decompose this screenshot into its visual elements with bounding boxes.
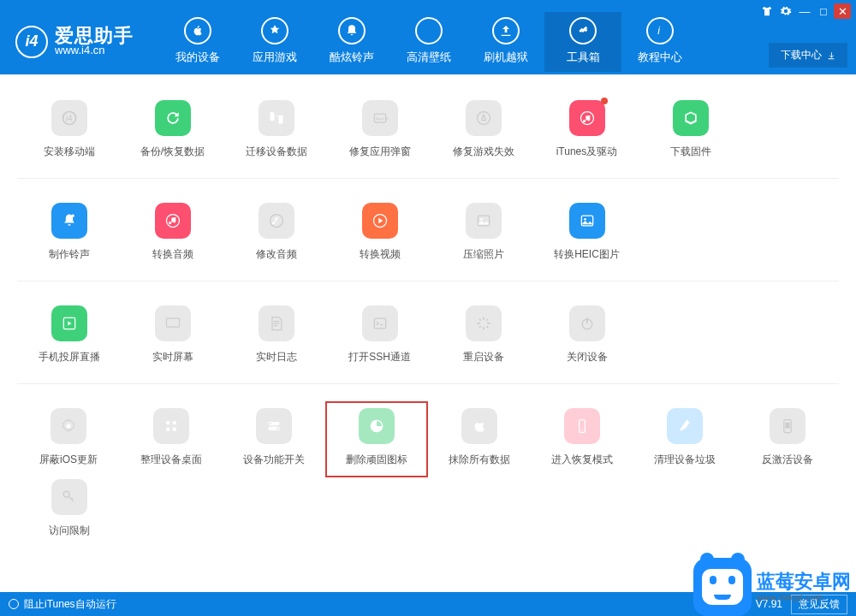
svg-line-27 xyxy=(486,319,488,321)
tool-delete-stubborn-icon[interactable]: 删除顽固图标 xyxy=(325,401,428,477)
tool-download-firmware[interactable]: 下载固件 xyxy=(639,100,742,159)
broom-icon xyxy=(667,408,703,444)
ssh-icon xyxy=(362,305,398,341)
tool-convert-heic[interactable]: 转换HEIC图片 xyxy=(535,203,639,262)
nav-tutorials[interactable]: i 教程中心 xyxy=(621,12,698,72)
tool-compress-photo[interactable]: 压缩照片 xyxy=(431,203,535,262)
tool-itunes-driver[interactable]: iTunes及驱动 xyxy=(535,100,639,159)
gear-icon xyxy=(51,408,86,444)
phone2-icon xyxy=(770,408,805,444)
tool-shutdown-device[interactable]: 关闭设备 xyxy=(535,305,639,364)
tool-screen-cast[interactable]: 手机投屏直播 xyxy=(17,305,121,364)
tool-row: 制作铃声 转换音频 修改音频 转换视频 压缩照片 转换HEIC图片 xyxy=(17,203,839,281)
download-center-button[interactable]: 下载中心 xyxy=(769,43,847,68)
svg-point-30 xyxy=(67,424,71,429)
tool-clean-junk[interactable]: 清理设备垃圾 xyxy=(633,408,736,467)
svg-rect-31 xyxy=(166,421,169,424)
nav-label: 教程中心 xyxy=(621,50,698,65)
tool-block-ios-update[interactable]: 屏蔽iOS更新 xyxy=(17,408,120,467)
svg-point-44 xyxy=(63,491,69,497)
svg-text:Apple ID: Apple ID xyxy=(376,116,389,121)
minimize-button[interactable]: — xyxy=(796,3,813,19)
music-icon xyxy=(155,203,191,239)
nav-label: 我的设备 xyxy=(159,50,236,65)
tool-make-ringtone[interactable]: 制作铃声 xyxy=(17,203,121,262)
nav-ringtones[interactable]: 酷炫铃声 xyxy=(313,12,390,72)
header-bar: i4 爱思助手 www.i4.cn 我的设备 应用游戏 酷炫铃声 高清壁纸 刷机… xyxy=(0,9,856,74)
image-icon xyxy=(466,203,502,239)
tool-migrate-data[interactable]: 迁移设备数据 xyxy=(224,100,328,159)
watermark-title: 蓝莓安卓网 xyxy=(757,572,851,592)
download-center-label: 下载中心 xyxy=(781,48,822,62)
tool-backup-restore[interactable]: 备份/恢复数据 xyxy=(121,100,224,159)
nav-my-device[interactable]: 我的设备 xyxy=(159,12,236,72)
nav-wallpapers[interactable]: 高清壁纸 xyxy=(390,12,467,72)
nav-app-games[interactable]: 应用游戏 xyxy=(236,12,313,72)
svg-rect-18 xyxy=(166,318,179,327)
appstore-icon xyxy=(261,17,288,44)
tool-open-ssh[interactable]: 打开SSH通道 xyxy=(328,305,431,364)
svg-text:i4: i4 xyxy=(65,114,72,123)
toggle-icon xyxy=(256,408,292,444)
restore-icon xyxy=(155,100,191,136)
nav-label: 工具箱 xyxy=(544,50,621,65)
status-label: 阻止iTunes自动运行 xyxy=(24,597,116,612)
svg-point-41 xyxy=(581,429,583,431)
tool-organize-desktop[interactable]: 整理设备桌面 xyxy=(120,408,223,467)
shirt-button[interactable] xyxy=(758,3,776,19)
nav-label: 刷机越狱 xyxy=(467,50,544,65)
nav-jailbreak[interactable]: 刷机越狱 xyxy=(467,12,544,72)
nav-label: 应用游戏 xyxy=(236,50,313,65)
tool-fix-game[interactable]: 修复游戏失效 xyxy=(431,100,535,159)
play-icon xyxy=(362,203,398,239)
watermark-icon xyxy=(693,558,752,616)
itunes-icon xyxy=(569,100,605,136)
nav-label: 酷炫铃声 xyxy=(313,50,390,65)
svg-rect-33 xyxy=(166,428,169,431)
svg-point-37 xyxy=(270,423,272,425)
bell-icon xyxy=(51,203,87,239)
apple-icon xyxy=(184,17,211,44)
phone-icon xyxy=(564,408,600,444)
bell-icon xyxy=(338,17,366,44)
tool-convert-audio[interactable]: 转换音频 xyxy=(121,203,224,262)
window-controls: — □ ✕ xyxy=(758,3,851,19)
tool-fix-popup[interactable]: Apple ID 修复应用弹窗 xyxy=(328,100,431,159)
tool-deactivate[interactable]: 反激活设备 xyxy=(736,408,839,467)
tool-install-mobile[interactable]: i4 安装移动端 xyxy=(17,100,121,159)
nav-toolbox[interactable]: 工具箱 xyxy=(544,12,621,72)
tool-restart-device[interactable]: 重启设备 xyxy=(431,305,535,364)
svg-point-16 xyxy=(584,218,586,221)
settings-button[interactable] xyxy=(777,3,794,19)
close-button[interactable]: ✕ xyxy=(834,3,851,19)
svg-rect-4 xyxy=(278,116,282,124)
tool-live-log[interactable]: 实时日志 xyxy=(224,305,328,364)
toolbox-grid: i4 安装移动端 备份/恢复数据 迁移设备数据 Apple ID 修复应用弹窗 … xyxy=(0,74,856,583)
tool-erase-all-data[interactable]: 抹除所有数据 xyxy=(428,408,531,467)
svg-text:i: i xyxy=(657,25,660,37)
tool-row: i4 安装移动端 备份/恢复数据 迁移设备数据 Apple ID 修复应用弹窗 … xyxy=(17,100,839,179)
tool-recovery-mode[interactable]: 进入恢复模式 xyxy=(531,408,633,467)
tool-row: 屏蔽iOS更新 整理设备桌面 设备功能开关 删除顽固图标 抹除所有数据 进入恢复… xyxy=(17,408,839,467)
svg-rect-19 xyxy=(374,318,385,329)
tool-live-screen[interactable]: 实时屏幕 xyxy=(121,305,224,364)
svg-point-38 xyxy=(276,428,279,430)
apple-icon xyxy=(461,408,497,444)
notification-badge xyxy=(601,98,608,104)
tool-edit-audio[interactable]: 修改音频 xyxy=(224,203,328,262)
svg-rect-34 xyxy=(173,428,176,431)
migrate-icon xyxy=(259,100,294,136)
tool-access-restrictions[interactable]: 访问限制 xyxy=(17,479,121,538)
svg-point-7 xyxy=(477,112,490,125)
tool-device-toggles[interactable]: 设备功能开关 xyxy=(223,408,325,467)
power-icon xyxy=(569,305,605,341)
svg-point-9 xyxy=(71,215,74,217)
itunes-block-toggle[interactable]: 阻止iTunes自动运行 xyxy=(9,597,116,612)
tools-icon xyxy=(569,17,597,44)
watermark-url: www.lmkjst.com xyxy=(757,593,851,602)
svg-rect-3 xyxy=(270,112,274,121)
app-subtitle: www.i4.cn xyxy=(55,44,134,56)
maximize-button[interactable]: □ xyxy=(815,3,832,19)
tool-convert-video[interactable]: 转换视频 xyxy=(328,203,431,262)
logo-icon: i4 xyxy=(51,100,87,136)
